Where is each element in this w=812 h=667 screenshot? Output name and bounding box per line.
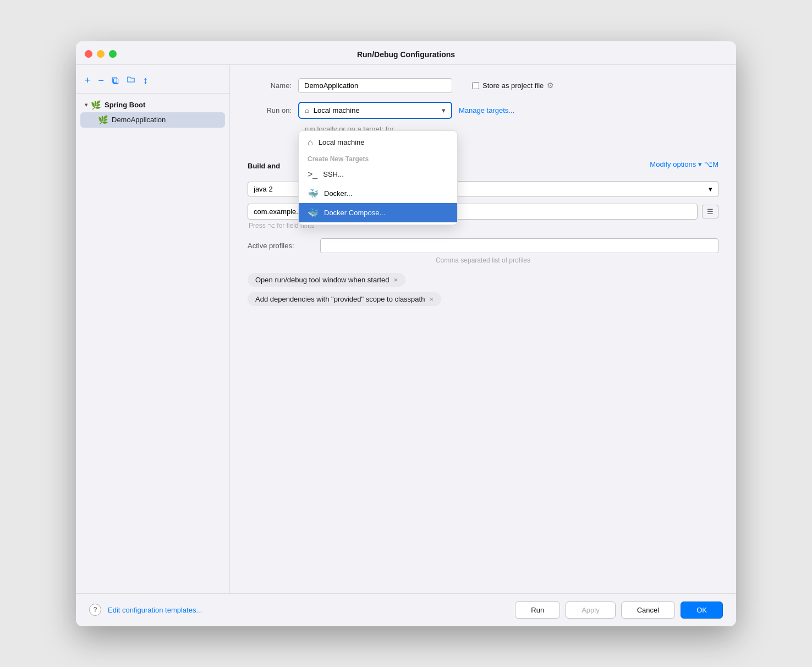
run-on-row: Run on: ⌂ Local machine ▾ Manage targets…	[248, 102, 718, 119]
run-button[interactable]: Run	[515, 602, 560, 619]
run-on-label: Run on:	[248, 106, 292, 114]
close-button[interactable]	[85, 50, 92, 58]
edit-templates-link[interactable]: Edit configuration templates...	[108, 606, 202, 614]
dropdown-local-machine[interactable]: ⌂ Local machine	[299, 133, 457, 152]
tag-row: Open run/debug tool window when started …	[248, 273, 718, 287]
docker-compose-icon: 🐳	[308, 207, 319, 218]
dropdown-ssh[interactable]: >_ SSH...	[299, 165, 457, 184]
name-row: Name: Store as project file ⚙	[248, 78, 718, 93]
help-button[interactable]: ?	[89, 604, 101, 616]
demo-app-icon: 🌿	[98, 115, 108, 125]
dropdown-local-machine-label: Local machine	[319, 138, 365, 146]
chevron-down-icon: ▾	[442, 106, 446, 114]
maximize-button[interactable]	[109, 50, 117, 58]
demo-app-label: DemoApplication	[112, 116, 166, 124]
sort-button[interactable]: ↕	[141, 74, 150, 88]
store-label: Store as project file	[482, 81, 544, 90]
class-browse-button[interactable]: ☰	[702, 205, 718, 218]
help-icon: ?	[94, 606, 97, 614]
store-checkbox-area: Store as project file ⚙	[472, 81, 554, 90]
dropdown-docker-label: Docker...	[324, 189, 352, 198]
dropdown-docker-compose-label: Docker Compose...	[324, 209, 385, 217]
create-new-targets-label: Create New Targets	[299, 152, 457, 165]
ok-button[interactable]: OK	[681, 602, 723, 619]
modify-shortcut: ⌥M	[704, 160, 718, 168]
add-configuration-button[interactable]: +	[83, 74, 93, 88]
run-on-dropdown[interactable]: ⌂ Local machine ▾	[298, 102, 452, 119]
remove-configuration-button[interactable]: −	[96, 74, 107, 88]
modify-options-label: Modify options	[650, 160, 696, 168]
footer-bar: ? Edit configuration templates... Run Ap…	[76, 593, 736, 626]
active-profiles-input[interactable]	[320, 238, 718, 253]
modify-options-button[interactable]: Modify options ▾ ⌥M	[650, 160, 718, 168]
minimize-button[interactable]	[97, 50, 105, 58]
run-on-dropdown-menu: ⌂ Local machine Create New Targets >_ SS…	[298, 130, 458, 225]
window-title: Run/Debug Configurations	[357, 50, 455, 59]
spring-boot-icon: 🌿	[91, 100, 101, 110]
build-section-header: Build and	[248, 162, 280, 170]
tag-open-window-label: Open run/debug tool window when started	[255, 276, 389, 284]
profiles-hint: Comma separated list of profiles	[248, 256, 718, 264]
home-icon: ⌂	[305, 106, 309, 114]
tag-add-deps-close[interactable]: ×	[429, 295, 434, 303]
copy-configuration-button[interactable]: ⧉	[109, 74, 121, 88]
local-machine-icon: ⌂	[308, 138, 313, 147]
cancel-button[interactable]: Cancel	[621, 602, 675, 619]
manage-targets-link[interactable]: Manage targets...	[459, 106, 514, 114]
store-project-file-checkbox[interactable]	[472, 82, 479, 89]
dropdown-docker-compose[interactable]: 🐳 Docker Compose...	[299, 203, 457, 222]
chevron-down-icon: ▾	[709, 185, 712, 193]
main-panel: Name: Store as project file ⚙ Run on: ⌂ …	[230, 65, 736, 593]
run-debug-window: Run/Debug Configurations + − ⧉ ↕ ▾ 🌿	[76, 41, 736, 626]
content-area: + − ⧉ ↕ ▾ 🌿 Spring Boot 🌿 Demo	[76, 65, 736, 593]
active-profiles-row: Active profiles:	[248, 238, 718, 253]
tree-arrow-icon: ▾	[85, 102, 87, 108]
titlebar: Run/Debug Configurations	[76, 41, 736, 65]
gear-icon[interactable]: ⚙	[547, 81, 554, 90]
tag-row-2: Add dependencies with "provided" scope t…	[248, 292, 718, 306]
dropdown-ssh-label: SSH...	[323, 170, 344, 178]
tag-add-deps: Add dependencies with "provided" scope t…	[248, 292, 441, 306]
demo-application-item[interactable]: 🌿 DemoApplication	[80, 112, 225, 128]
run-on-value: Local machine	[314, 106, 360, 114]
tag-add-deps-label: Add dependencies with "provided" scope t…	[255, 295, 425, 303]
footer-buttons: Run Apply Cancel OK	[515, 602, 723, 619]
docker-icon: 🐳	[308, 188, 319, 199]
tree-group: ▾ 🌿 Spring Boot 🌿 DemoApplication	[76, 98, 229, 128]
move-to-folder-button[interactable]	[124, 74, 138, 88]
window-controls	[85, 50, 117, 58]
sidebar: + − ⧉ ↕ ▾ 🌿 Spring Boot 🌿 Demo	[76, 65, 230, 593]
apply-button[interactable]: Apply	[566, 602, 616, 619]
dropdown-docker[interactable]: 🐳 Docker...	[299, 184, 457, 203]
ssh-icon: >_	[308, 170, 317, 179]
sidebar-toolbar: + − ⧉ ↕	[76, 72, 229, 94]
active-profiles-label: Active profiles:	[248, 242, 314, 250]
spring-boot-group[interactable]: ▾ 🌿 Spring Boot	[80, 98, 225, 112]
name-input[interactable]	[298, 78, 452, 93]
name-label: Name:	[248, 81, 292, 90]
tag-open-window: Open run/debug tool window when started …	[248, 273, 405, 287]
spring-boot-label: Spring Boot	[105, 101, 145, 109]
chevron-down-icon: ▾	[698, 160, 702, 168]
tag-open-window-close[interactable]: ×	[394, 276, 398, 284]
